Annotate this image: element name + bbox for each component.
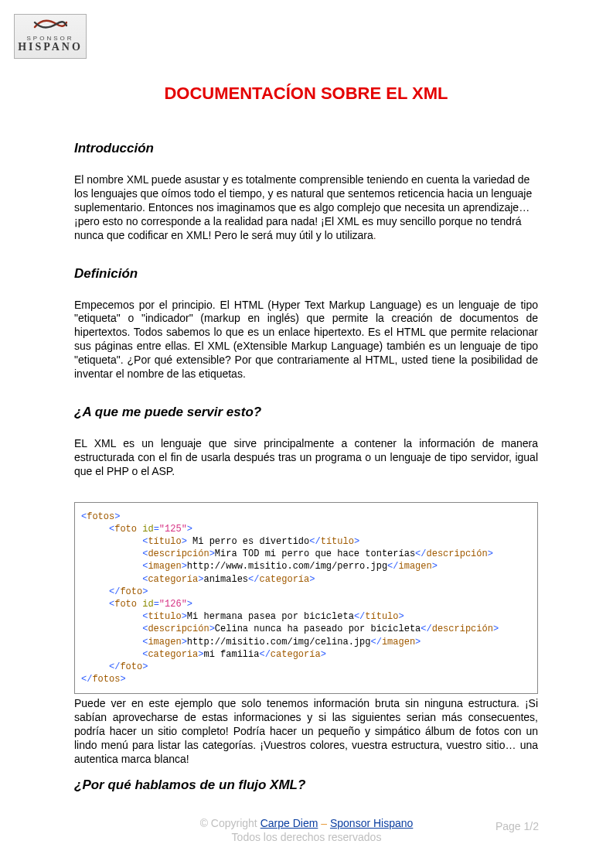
code-attr: id xyxy=(142,599,153,610)
page-title: DOCUMENTACÍON SOBRE EL XML xyxy=(74,84,538,104)
code-symbol: > xyxy=(114,511,120,522)
heading-introduccion: Introducción xyxy=(74,141,538,156)
code-value: "126" xyxy=(159,599,187,610)
code-tag: título xyxy=(148,536,181,547)
code-symbol: / xyxy=(376,637,382,648)
paragraph-definicion: Empecemos por el principio. El HTML (Hyp… xyxy=(74,299,538,381)
heading-flujo: ¿Por qué hablamos de un flujo XML? xyxy=(74,777,538,793)
footer-link-sponsor-hispano[interactable]: Sponsor Hispano xyxy=(330,817,413,829)
code-text: http://www.misitio.com/img/perro.jpg xyxy=(187,561,387,572)
text-intro: El nombre XML puede asustar y es totalme… xyxy=(74,173,532,241)
code-symbol: > xyxy=(142,661,148,672)
code-symbol: > xyxy=(182,561,187,572)
code-tag: categoría xyxy=(271,649,321,660)
code-text: Mira TOD mi perro que hace tonterías xyxy=(215,548,415,559)
code-symbol: < xyxy=(370,637,376,648)
code-symbol: / xyxy=(315,536,320,547)
footer-rights: Todos los derechos reservados xyxy=(0,831,613,843)
code-tag: fotos xyxy=(87,511,114,522)
code-tag: fotos xyxy=(92,674,120,685)
paragraph-aftercode: Puede ver en este ejemplo que solo tenem… xyxy=(74,697,538,767)
code-tag: foto xyxy=(120,586,142,597)
code-symbol: > xyxy=(415,637,421,648)
code-example-xml: <fotos> <foto id="125"> <título> Mi perr… xyxy=(74,502,538,695)
code-tag: foto xyxy=(120,661,142,672)
logo-line2: HISPANO xyxy=(15,41,86,53)
code-tag: descripción xyxy=(148,548,209,559)
code-tag: título xyxy=(148,611,181,622)
code-symbol: > xyxy=(209,624,215,634)
code-tag: título xyxy=(321,536,354,547)
code-symbol: > xyxy=(309,574,315,585)
heading-servir: ¿A que me puede servir esto? xyxy=(74,405,538,420)
code-symbol: > xyxy=(120,674,125,685)
code-symbol: < xyxy=(259,649,264,660)
code-text: Mi perro es divertido xyxy=(187,536,309,547)
code-tag: categoría xyxy=(148,574,198,585)
code-symbol: / xyxy=(393,561,398,572)
code-tag: descripción xyxy=(432,624,493,634)
code-symbol: < xyxy=(354,611,359,622)
footer: © Copyright Carpe Diem – Sponsor Hispano… xyxy=(0,817,613,843)
code-symbol: > xyxy=(187,524,192,535)
code-tag: categoría xyxy=(259,574,309,585)
code-tag: categoria xyxy=(148,649,198,660)
code-symbol: < xyxy=(421,624,426,634)
code-symbol: / xyxy=(265,649,271,660)
heading-definicion: Definición xyxy=(74,266,538,282)
code-tag: imagen xyxy=(382,637,415,648)
code-symbol: > xyxy=(187,599,192,610)
code-tag: descripción xyxy=(427,548,488,559)
paragraph-introduccion: El nombre XML puede asustar y es totalme… xyxy=(74,173,538,243)
footer-copyright-line: © Copyright Carpe Diem – Sponsor Hispano xyxy=(200,817,414,829)
code-tag: foto xyxy=(114,524,137,535)
code-text: Celina nunca ha paseado por bicicleta xyxy=(215,624,421,634)
code-text: Mi hermana pasea por bicicleta xyxy=(187,611,354,622)
code-tag: imagen xyxy=(399,561,432,572)
code-tag: descripción xyxy=(148,624,209,634)
page: SPONSOR HISPANO DOCUMENTACÍON SOBRE EL X… xyxy=(0,0,613,868)
code-text: animales xyxy=(203,574,248,585)
footer-link-carpe-diem[interactable]: Carpe Diem xyxy=(261,817,318,829)
logo-swoosh-icon xyxy=(33,18,67,30)
code-symbol: > xyxy=(488,548,493,559)
code-tag: título xyxy=(365,611,398,622)
footer-copyright-text: © Copyright xyxy=(200,817,261,829)
code-symbol: > xyxy=(182,637,187,648)
code-tag: imagen xyxy=(148,561,181,572)
code-text: mi familia xyxy=(203,649,259,660)
footer-separator: – xyxy=(318,817,330,829)
code-symbol: > xyxy=(432,561,438,572)
code-text: http://misitio.com/img/celina.jpg xyxy=(187,637,371,648)
code-symbol: > xyxy=(182,536,187,547)
paragraph-servir: EL XML es un lenguaje que sirve principa… xyxy=(74,437,538,479)
code-symbol: > xyxy=(493,624,499,634)
code-tag: foto xyxy=(114,599,137,610)
code-tag: imagen xyxy=(148,637,181,648)
code-symbol: > xyxy=(142,586,148,597)
code-value: "125" xyxy=(159,524,187,535)
code-symbol: > xyxy=(321,649,326,660)
text-intro-period: . xyxy=(373,229,376,241)
code-symbol: > xyxy=(209,548,215,559)
code-attr: id xyxy=(142,524,153,535)
code-symbol: > xyxy=(399,611,404,622)
code-symbol: / xyxy=(427,624,432,634)
code-symbol: > xyxy=(182,611,187,622)
code-symbol: > xyxy=(354,536,359,547)
logo-sponsor-hispano: SPONSOR HISPANO xyxy=(14,14,87,59)
document-content: DOCUMENTACÍON SOBRE EL XML Introducción … xyxy=(74,84,538,810)
code-symbol: / xyxy=(421,548,426,559)
code-symbol: = xyxy=(154,599,159,610)
code-symbol: = xyxy=(154,524,159,535)
